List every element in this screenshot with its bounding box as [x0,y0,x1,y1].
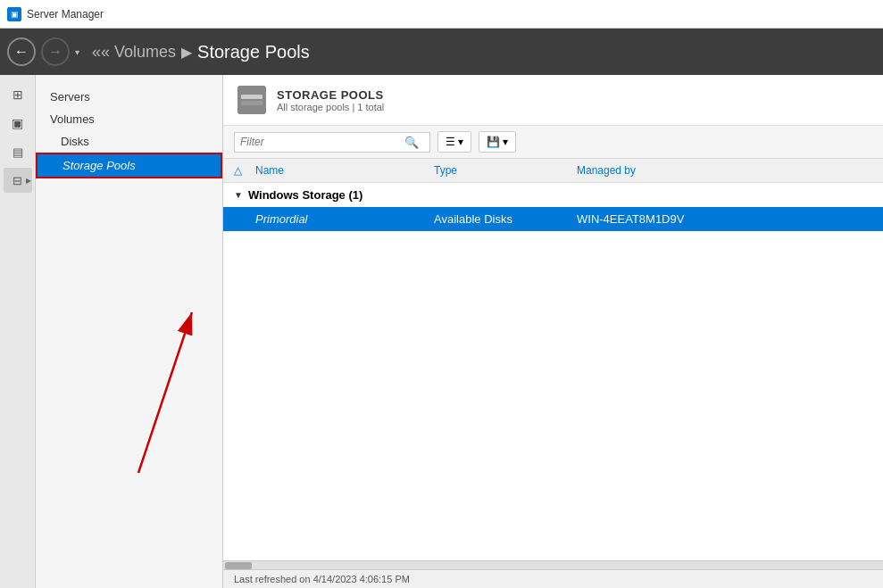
group-label: Windows Storage (1) [248,188,362,202]
main-layout: ⊞ ▣ ▤ ⊟ ▶ Servers Volumes Disks [0,75,883,588]
app-title: Server Manager [27,8,104,21]
breadcrumb: «« Volumes ▶ Storage Pools [92,42,310,62]
table-row[interactable]: Primordial Available Disks WIN-4EEAT8M1D… [223,207,883,231]
breadcrumb-volumes[interactable]: «« Volumes [92,43,176,62]
list-view-icon: ☰ [446,136,455,148]
status-bar: Last refreshed on 4/14/2023 4:06:15 PM [223,569,883,588]
row-type-cell: Available Disks [434,212,577,226]
toolbar: 🔍 ☰ ▾ 💾 ▾ [223,126,883,159]
sidebar-item-servers[interactable]: Servers [36,86,222,108]
breadcrumb-current: Storage Pools [197,42,310,62]
content-area: STORAGE POOLS All storage pools | 1 tota… [223,75,883,588]
nav-dropdown-button[interactable]: ▾ [75,47,79,57]
row-managed-cell: WIN-4EEAT8M1D9V [577,212,872,226]
sidebar: Servers Volumes Disks Storage Pools [36,75,223,588]
group-row-windows-storage: ▼ Windows Storage (1) [223,183,883,207]
sidebar-item-disks[interactable]: Disks [36,130,222,153]
table-header: △ Name Type Managed by [223,159,883,183]
app-icon: ▣ [7,7,21,21]
content-subtitle: All storage pools | 1 total [277,102,384,112]
icon-bar-local-server[interactable]: ▣ [4,111,32,136]
scroll-thumb[interactable] [225,562,252,569]
filter-box[interactable]: 🔍 [234,132,430,153]
icon-bar: ⊞ ▣ ▤ ⊟ ▶ [0,75,36,588]
col-managed-by[interactable]: Managed by [577,164,872,177]
col-type[interactable]: Type [434,164,577,177]
icon-bar-storage-pools[interactable]: ⊟ ▶ [4,168,32,193]
breadcrumb-separator: ▶ [181,44,192,61]
content-header: STORAGE POOLS All storage pools | 1 tota… [223,75,883,126]
title-bar: ▣ Server Manager [0,0,883,29]
status-text: Last refreshed on 4/14/2023 4:06:15 PM [234,574,410,584]
save-dropdown-icon: ▾ [503,136,508,148]
back-button[interactable]: ← [7,37,36,66]
col-name[interactable]: Name [255,164,434,177]
list-view-button[interactable]: ☰ ▾ [437,131,471,153]
row-name-cell: Primordial [255,212,434,226]
horizontal-scrollbar[interactable] [223,560,883,569]
sidebar-item-storage-pools[interactable]: Storage Pools [36,153,222,178]
content-title: STORAGE POOLS [277,88,384,102]
filter-input[interactable] [240,136,401,148]
icon-bar-dashboard[interactable]: ⊞ [4,82,32,107]
nav-bar: ← → ▾ «« Volumes ▶ Storage Pools [0,29,883,75]
save-button[interactable]: 💾 ▾ [479,131,516,153]
sidebar-item-volumes[interactable]: Volumes [36,108,222,130]
table-area: ▼ Windows Storage (1) Primordial Availab… [223,183,883,560]
forward-button[interactable]: → [41,37,70,66]
group-collapse-arrow[interactable]: ▼ [234,190,243,200]
expand-arrow-icon: ▶ [26,177,31,185]
list-view-dropdown-icon: ▾ [458,136,463,148]
save-icon: 💾 [487,136,500,148]
icon-bar-all-servers[interactable]: ▤ [4,139,32,164]
header-text: STORAGE POOLS All storage pools | 1 tota… [277,88,384,112]
col-warning[interactable]: △ [234,164,255,177]
storage-pools-icon [237,86,266,114]
search-icon: 🔍 [404,136,419,149]
